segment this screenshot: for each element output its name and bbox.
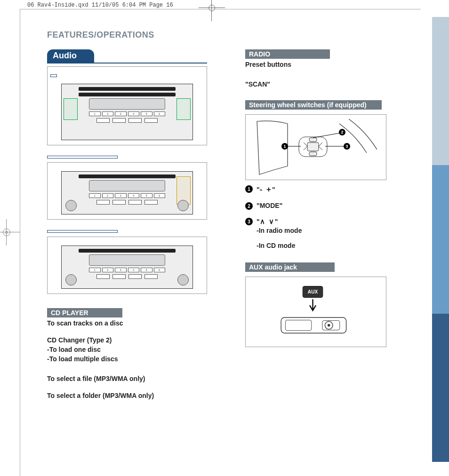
cd-select-file: To select a file (MP3/WMA only) (47, 375, 219, 382)
type3-label (47, 230, 118, 233)
svg-text:AUX: AUX (308, 289, 318, 294)
right-column: RADIO Preset buttons "SCAN" Steering whe… (245, 49, 417, 401)
aux-diagram-icon: AUX (269, 284, 363, 340)
radio-unit-type2: 123 456 (61, 171, 193, 214)
side-tab-3 (432, 314, 449, 462)
type1-label (50, 74, 57, 77)
steering-figure: 1 2 3 (245, 114, 386, 180)
section-title: FEATURES/OPERATIONS (47, 30, 417, 40)
bullet-3-icon: 3 (245, 218, 253, 225)
side-tab-2 (432, 165, 449, 313)
audio-divider (47, 63, 207, 63)
steering-list: 1 "- +" 2 "MODE" 3 "∧ ∨" -In radio mode … (245, 185, 417, 249)
radio-preset: Preset buttons (245, 61, 417, 68)
svg-line-7 (313, 133, 339, 138)
svg-text:2: 2 (341, 130, 343, 135)
steering-diagram-icon: 1 2 3 (255, 119, 377, 175)
type2-label (47, 156, 118, 159)
steering-item-1: 1 "- +" (245, 185, 417, 194)
radio-figure-type2: 123 456 (47, 162, 207, 220)
registration-mark-top (207, 3, 216, 13)
left-column: Audio 123 456 (47, 49, 219, 401)
svg-text:3: 3 (345, 144, 348, 149)
side-tab-1 (432, 17, 449, 165)
print-header: 06 Rav4-Inside.qxd 11/10/05 6:04 PM Page… (27, 2, 173, 8)
steering-item-2: 2 "MODE" (245, 202, 417, 210)
steering-item-3-label: "∧ ∨" -In radio mode -In CD mode (257, 217, 302, 249)
radio-unit-type1: 123 456 (61, 84, 193, 140)
page-content: FEATURES/OPERATIONS Audio 123 456 (47, 30, 417, 467)
radio-unit-type3: 123 456 (61, 246, 193, 289)
steering-item-3: 3 "∧ ∨" -In radio mode -In CD mode (245, 217, 417, 249)
side-tabs (432, 17, 449, 462)
steering-item-3-sub2: -In CD mode (257, 242, 302, 249)
cd-load-multi: -To load multiple discs (47, 355, 219, 363)
radio-figure-type1: 123 456 (47, 66, 207, 145)
radio-figure-type3: 123 456 (47, 237, 207, 294)
aux-figure: AUX (245, 277, 386, 347)
svg-rect-15 (281, 317, 346, 333)
cd-changer: CD Changer (Type 2) (47, 336, 219, 344)
steering-item-2-label: "MODE" (257, 202, 282, 209)
radio-scan: "SCAN" (245, 80, 417, 88)
bullet-2-icon: 2 (245, 202, 253, 210)
crop-line-top (20, 9, 421, 9)
bullet-1-icon: 1 (245, 185, 253, 193)
svg-text:1: 1 (283, 144, 286, 149)
cd-player-heading: CD PLAYER (47, 308, 122, 317)
steering-item-1-label: "- +" (257, 185, 275, 194)
audio-heading: Audio (47, 49, 94, 63)
cd-load-one: -To load one disc (47, 346, 219, 353)
cd-select-folder: To select a folder (MP3/WMA only) (47, 392, 219, 399)
steering-item-3-sub1: -In radio mode (257, 227, 302, 234)
aux-heading: AUX audio jack (245, 262, 335, 272)
svg-rect-1 (307, 143, 319, 151)
steering-heading: Steering wheel switches (if equipped) (245, 100, 382, 110)
crop-line-left (20, 9, 20, 476)
registration-mark-left (0, 226, 13, 239)
svg-point-18 (328, 324, 330, 327)
svg-rect-2 (309, 138, 317, 142)
cd-scan-tracks: To scan tracks on a disc (47, 319, 219, 327)
svg-rect-3 (309, 152, 317, 156)
radio-heading: RADIO (245, 49, 330, 59)
